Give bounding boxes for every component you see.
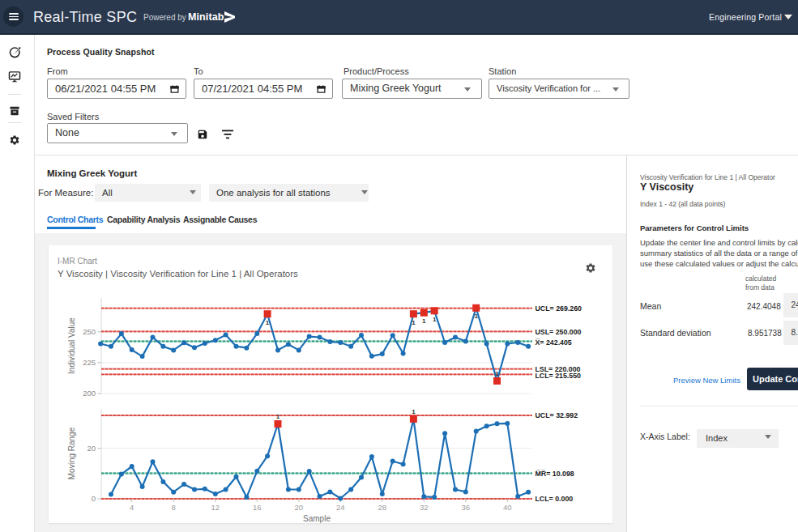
svg-text:20: 20 (295, 503, 304, 512)
svg-text:LCL= 215.550: LCL= 215.550 (536, 372, 582, 380)
svg-text:UCL= 269.260: UCL= 269.260 (536, 304, 582, 313)
svg-text:UCL= 32.992: UCL= 32.992 (536, 411, 578, 419)
svg-text:Moving Range: Moving Range (67, 427, 76, 479)
svg-text:USL= 250.000: USL= 250.000 (536, 328, 582, 336)
svg-text:200: 200 (83, 389, 96, 398)
svg-text:12: 12 (211, 503, 220, 512)
svg-text:250: 250 (83, 327, 96, 336)
svg-text:32: 32 (420, 503, 429, 512)
svg-text:28: 28 (378, 503, 387, 512)
svg-text:1: 1 (412, 319, 416, 326)
svg-text:1: 1 (412, 408, 416, 415)
svg-text:40: 40 (503, 503, 512, 512)
svg-text:Individual Value: Individual Value (67, 317, 76, 374)
svg-text:8: 8 (172, 503, 176, 512)
svg-text:Sample: Sample (303, 514, 331, 523)
svg-text:X̅= 242.405: X̅= 242.405 (535, 338, 571, 347)
svg-text:36: 36 (462, 503, 471, 512)
svg-text:1: 1 (474, 313, 478, 320)
svg-text:LCL= 0.000: LCL= 0.000 (536, 495, 574, 503)
svg-text:0: 0 (92, 494, 96, 503)
svg-text:4: 4 (130, 503, 134, 512)
svg-text:1: 1 (266, 319, 270, 326)
svg-text:1: 1 (495, 370, 499, 377)
svg-text:20: 20 (87, 444, 96, 453)
svg-text:16: 16 (253, 503, 262, 512)
svg-text:1: 1 (276, 413, 280, 420)
svg-text:225: 225 (83, 358, 96, 367)
svg-text:1: 1 (422, 317, 426, 325)
svg-text:24: 24 (336, 503, 345, 512)
svg-text:1: 1 (433, 316, 437, 323)
svg-text:M̅R̅= 10.098: M̅R̅= 10.098 (536, 470, 574, 478)
